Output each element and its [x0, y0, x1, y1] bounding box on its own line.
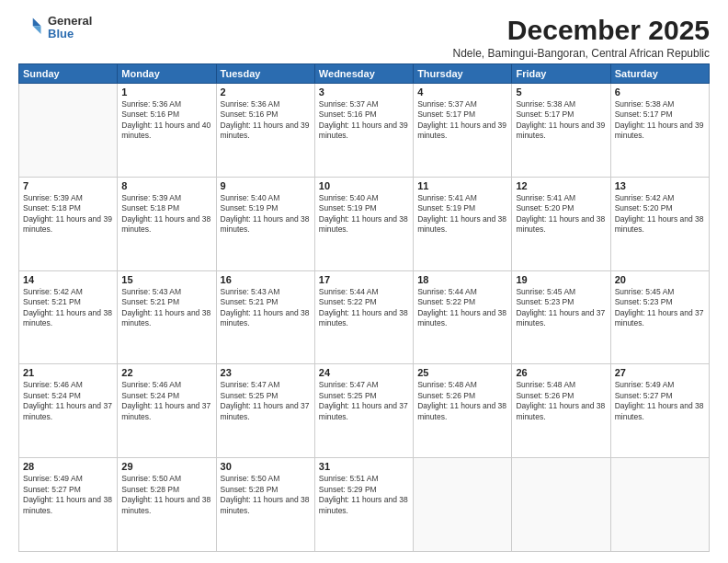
table-row [19, 84, 118, 178]
table-row: 24Sunrise: 5:47 AM Sunset: 5:25 PM Dayli… [314, 364, 413, 458]
day-info: Sunrise: 5:47 AM Sunset: 5:25 PM Dayligh… [319, 380, 409, 422]
table-row: 9Sunrise: 5:40 AM Sunset: 5:19 PM Daylig… [216, 177, 314, 270]
day-number: 18 [417, 274, 507, 285]
calendar-header-row: Sunday Monday Tuesday Wednesday Thursday… [19, 64, 710, 84]
day-number: 22 [121, 367, 211, 378]
day-info: Sunrise: 5:42 AM Sunset: 5:21 PM Dayligh… [23, 287, 113, 329]
table-row: 5Sunrise: 5:38 AM Sunset: 5:17 PM Daylig… [512, 84, 610, 178]
day-number: 9 [221, 180, 311, 191]
day-number: 29 [121, 461, 211, 472]
logo-general: General [48, 15, 92, 28]
table-row: 20Sunrise: 5:45 AM Sunset: 5:23 PM Dayli… [610, 270, 709, 364]
table-row: 14Sunrise: 5:42 AM Sunset: 5:21 PM Dayli… [19, 270, 118, 364]
table-row: 31Sunrise: 5:51 AM Sunset: 5:29 PM Dayli… [314, 458, 413, 552]
table-row: 25Sunrise: 5:48 AM Sunset: 5:26 PM Dayli… [414, 364, 512, 458]
table-row: 16Sunrise: 5:43 AM Sunset: 5:21 PM Dayli… [216, 270, 314, 364]
day-info: Sunrise: 5:47 AM Sunset: 5:25 PM Dayligh… [221, 380, 311, 422]
day-number: 8 [121, 180, 211, 191]
table-row: 29Sunrise: 5:50 AM Sunset: 5:28 PM Dayli… [118, 458, 216, 552]
day-info: Sunrise: 5:37 AM Sunset: 5:16 PM Dayligh… [319, 99, 409, 142]
day-number: 6 [615, 86, 705, 98]
col-saturday: Saturday [610, 64, 709, 84]
header: General Blue December 2025 Ndele, Baming… [18, 15, 710, 60]
day-number: 21 [23, 367, 113, 378]
day-info: Sunrise: 5:38 AM Sunset: 5:17 PM Dayligh… [516, 99, 606, 142]
day-number: 25 [417, 367, 507, 378]
table-row: 23Sunrise: 5:47 AM Sunset: 5:25 PM Dayli… [216, 364, 314, 458]
table-row: 21Sunrise: 5:46 AM Sunset: 5:24 PM Dayli… [19, 364, 118, 458]
subtitle: Ndele, Bamingui-Bangoran, Central Africa… [453, 47, 711, 60]
day-number: 27 [615, 367, 705, 378]
calendar-table: Sunday Monday Tuesday Wednesday Thursday… [18, 63, 710, 552]
day-number: 30 [221, 461, 311, 472]
day-number: 10 [319, 180, 409, 191]
day-info: Sunrise: 5:37 AM Sunset: 5:17 PM Dayligh… [417, 99, 507, 142]
logo-text: General Blue [48, 15, 92, 41]
day-info: Sunrise: 5:36 AM Sunset: 5:16 PM Dayligh… [221, 99, 311, 142]
svg-marker-1 [33, 27, 41, 35]
day-info: Sunrise: 5:43 AM Sunset: 5:21 PM Dayligh… [121, 287, 211, 329]
table-row: 19Sunrise: 5:45 AM Sunset: 5:23 PM Dayli… [512, 270, 610, 364]
table-row: 15Sunrise: 5:43 AM Sunset: 5:21 PM Dayli… [118, 270, 216, 364]
day-number: 26 [516, 367, 606, 378]
calendar-week-3: 21Sunrise: 5:46 AM Sunset: 5:24 PM Dayli… [19, 364, 710, 458]
table-row: 7Sunrise: 5:39 AM Sunset: 5:18 PM Daylig… [19, 177, 118, 270]
day-number: 14 [23, 274, 113, 285]
table-row: 26Sunrise: 5:48 AM Sunset: 5:26 PM Dayli… [512, 364, 610, 458]
table-row: 2Sunrise: 5:36 AM Sunset: 5:16 PM Daylig… [216, 84, 314, 178]
col-thursday: Thursday [414, 64, 512, 84]
logo-icon [18, 15, 44, 40]
day-info: Sunrise: 5:40 AM Sunset: 5:19 PM Dayligh… [221, 193, 311, 236]
col-sunday: Sunday [19, 64, 118, 84]
day-number: 12 [516, 180, 606, 191]
day-number: 31 [319, 461, 409, 472]
day-info: Sunrise: 5:45 AM Sunset: 5:23 PM Dayligh… [516, 287, 606, 329]
table-row: 8Sunrise: 5:39 AM Sunset: 5:18 PM Daylig… [118, 177, 216, 270]
day-info: Sunrise: 5:44 AM Sunset: 5:22 PM Dayligh… [319, 287, 409, 329]
table-row: 27Sunrise: 5:49 AM Sunset: 5:27 PM Dayli… [610, 364, 709, 458]
calendar-week-4: 28Sunrise: 5:49 AM Sunset: 5:27 PM Dayli… [19, 458, 710, 552]
table-row [414, 458, 512, 552]
day-number: 23 [221, 367, 311, 378]
calendar-week-0: 1Sunrise: 5:36 AM Sunset: 5:16 PM Daylig… [19, 84, 710, 178]
day-number: 15 [121, 274, 211, 285]
table-row [610, 458, 709, 552]
day-info: Sunrise: 5:48 AM Sunset: 5:26 PM Dayligh… [417, 380, 507, 422]
table-row: 22Sunrise: 5:46 AM Sunset: 5:24 PM Dayli… [118, 364, 216, 458]
day-number: 17 [319, 274, 409, 285]
table-row: 10Sunrise: 5:40 AM Sunset: 5:19 PM Dayli… [314, 177, 413, 270]
day-number: 13 [615, 180, 705, 191]
col-wednesday: Wednesday [314, 64, 413, 84]
table-row: 18Sunrise: 5:44 AM Sunset: 5:22 PM Dayli… [414, 270, 512, 364]
table-row: 3Sunrise: 5:37 AM Sunset: 5:16 PM Daylig… [314, 84, 413, 178]
day-number: 4 [417, 86, 507, 98]
table-row: 4Sunrise: 5:37 AM Sunset: 5:17 PM Daylig… [414, 84, 512, 178]
table-row [512, 458, 610, 552]
day-info: Sunrise: 5:38 AM Sunset: 5:17 PM Dayligh… [615, 99, 705, 142]
day-info: Sunrise: 5:39 AM Sunset: 5:18 PM Dayligh… [23, 193, 113, 236]
day-number: 1 [121, 86, 211, 98]
day-number: 2 [221, 86, 311, 98]
day-info: Sunrise: 5:45 AM Sunset: 5:23 PM Dayligh… [615, 287, 705, 329]
day-info: Sunrise: 5:46 AM Sunset: 5:24 PM Dayligh… [23, 380, 113, 422]
title-block: December 2025 Ndele, Bamingui-Bangoran, … [453, 15, 711, 60]
table-row: 12Sunrise: 5:41 AM Sunset: 5:20 PM Dayli… [512, 177, 610, 270]
day-info: Sunrise: 5:41 AM Sunset: 5:19 PM Dayligh… [417, 193, 507, 236]
table-row: 17Sunrise: 5:44 AM Sunset: 5:22 PM Dayli… [314, 270, 413, 364]
day-number: 28 [23, 461, 113, 472]
day-info: Sunrise: 5:51 AM Sunset: 5:29 PM Dayligh… [319, 474, 409, 516]
table-row: 6Sunrise: 5:38 AM Sunset: 5:17 PM Daylig… [610, 84, 709, 178]
table-row: 1Sunrise: 5:36 AM Sunset: 5:16 PM Daylig… [118, 84, 216, 178]
day-info: Sunrise: 5:40 AM Sunset: 5:19 PM Dayligh… [319, 193, 409, 236]
page: General Blue December 2025 Ndele, Baming… [0, 0, 728, 563]
calendar-week-2: 14Sunrise: 5:42 AM Sunset: 5:21 PM Dayli… [19, 270, 710, 364]
day-number: 3 [319, 86, 409, 98]
col-tuesday: Tuesday [216, 64, 314, 84]
day-info: Sunrise: 5:50 AM Sunset: 5:28 PM Dayligh… [121, 474, 211, 516]
logo-blue: Blue [48, 28, 92, 40]
logo: General Blue [18, 15, 92, 41]
day-info: Sunrise: 5:48 AM Sunset: 5:26 PM Dayligh… [516, 380, 606, 422]
day-info: Sunrise: 5:39 AM Sunset: 5:18 PM Dayligh… [121, 193, 211, 236]
month-title: December 2025 [453, 15, 711, 45]
day-number: 16 [221, 274, 311, 285]
